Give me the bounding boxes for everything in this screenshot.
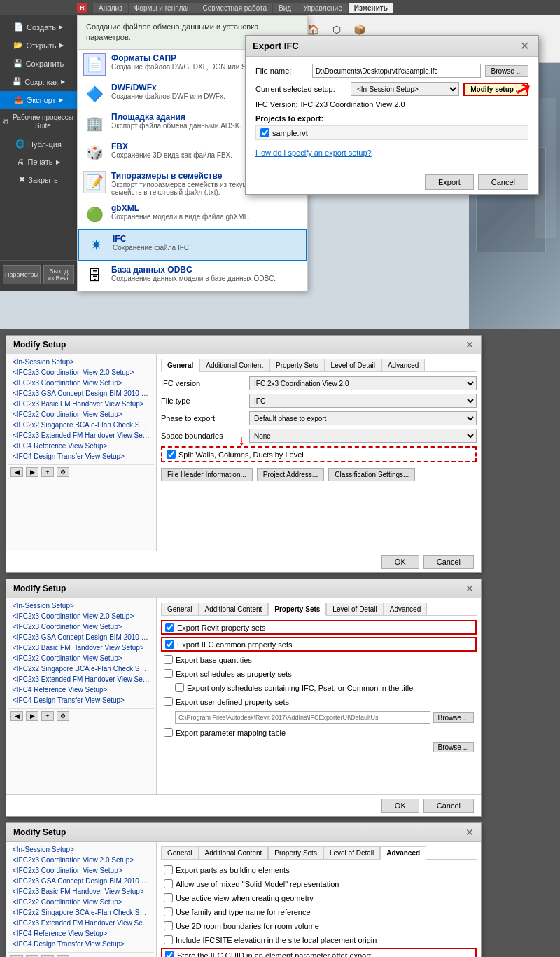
nav-export[interactable]: 📤 Экспорт ▶ bbox=[0, 91, 77, 109]
ms2-item-4[interactable]: <IFC2x3 Basic FM Handover View Setup> bbox=[8, 642, 154, 653]
ms3-family-type-checkbox[interactable] bbox=[164, 907, 173, 916]
nav-open[interactable]: 📂 Открыть ▶ bbox=[0, 36, 77, 54]
ms2-export-ifc-common-checkbox[interactable] bbox=[165, 640, 174, 649]
ms2-tab-general[interactable]: General bbox=[161, 603, 199, 615]
ms2-export-user-def-checkbox[interactable] bbox=[164, 697, 173, 706]
ms2-browse-btn-1[interactable]: Browse ... bbox=[433, 712, 474, 723]
nav-publish[interactable]: 🌐 Публ-ция bbox=[0, 135, 77, 153]
exit-btn[interactable]: Выход из Revit bbox=[43, 265, 74, 284]
ms2-export-base-checkbox[interactable] bbox=[164, 655, 173, 664]
ms1-item-4[interactable]: <IFC2x3 Basic FM Handover View Setup> bbox=[8, 399, 154, 409]
ms2-close[interactable]: ✕ bbox=[465, 583, 474, 594]
ms2-item-6[interactable]: <IFC2x2 Singapore BCA e-Plan Check Setup… bbox=[8, 663, 154, 674]
ms2-export-param-checkbox[interactable] bbox=[164, 728, 173, 737]
ms1-ifc-version-select[interactable]: IFC 2x3 Coordination View 2.0 bbox=[249, 376, 477, 390]
ms1-project-address-btn[interactable]: Project Address... bbox=[257, 468, 324, 481]
tab-forms[interactable]: Формы и генплан bbox=[129, 3, 197, 13]
ms3-tab-additional[interactable]: Additional Content bbox=[199, 846, 269, 859]
nav-save[interactable]: 💾 Сохранить bbox=[0, 55, 77, 72]
ms2-settings-btn[interactable]: ⚙ bbox=[57, 711, 69, 721]
ms2-browse-btn-2[interactable]: Browse ... bbox=[433, 742, 474, 752]
nav-create[interactable]: 📄 Создать ▶ bbox=[0, 18, 77, 36]
ms3-tab-lod[interactable]: Level of Detail bbox=[323, 846, 380, 859]
ms2-item-1[interactable]: <IFC2x3 Coordination View 2.0 Setup> bbox=[8, 611, 154, 621]
ms2-item-7[interactable]: <IFC2x3 Extended FM Handover View Setup> bbox=[8, 674, 154, 684]
ms3-item-0[interactable]: <In-Session Setup> bbox=[8, 844, 154, 855]
ms3-tab-general[interactable]: General bbox=[161, 846, 199, 859]
ms2-item-3[interactable]: <IFC2x3 GSA Concept Design BIM 2010 Setu… bbox=[8, 632, 154, 642]
ms1-item-7[interactable]: <IFC2x3 Extended FM Handover View Setup> bbox=[8, 430, 154, 441]
ms2-export-revit-checkbox[interactable] bbox=[165, 623, 174, 632]
tab-analysis[interactable]: Анализ bbox=[93, 3, 128, 13]
ms1-space-select[interactable]: None bbox=[249, 429, 477, 443]
ms2-path-input[interactable] bbox=[175, 711, 430, 724]
ms2-cancel-btn[interactable]: Cancel bbox=[424, 799, 474, 813]
ms1-add-btn[interactable]: + bbox=[41, 467, 54, 477]
ms1-tab-additional[interactable]: Additional Content bbox=[200, 359, 270, 371]
ms2-add-btn[interactable]: + bbox=[41, 711, 54, 721]
ms3-item-2[interactable]: <IFC2x3 Coordination View Setup> bbox=[8, 865, 154, 876]
tab-modify[interactable]: Изменить bbox=[349, 3, 393, 13]
nav-print[interactable]: 🖨 Печать ▶ bbox=[0, 153, 77, 170]
current-setup-select[interactable]: <In-Session Setup> bbox=[351, 82, 459, 96]
file-name-input[interactable] bbox=[312, 64, 481, 78]
ms2-export-schedules-checkbox[interactable] bbox=[164, 669, 173, 678]
ms2-item-0[interactable]: <In-Session Setup> bbox=[8, 600, 154, 611]
ms1-item-6[interactable]: <IFC2x2 Singapore BCA e-Plan Check Setup… bbox=[8, 420, 154, 430]
menu-item-gbxml[interactable]: 🟢 gbXML Сохранение модели в виде файла g… bbox=[78, 200, 307, 229]
ms1-classification-btn[interactable]: Classification Settings... bbox=[328, 468, 415, 481]
ms2-item-2[interactable]: <IFC2x3 Coordination View Setup> bbox=[8, 621, 154, 632]
ms2-tab-property[interactable]: Property Sets bbox=[268, 603, 326, 616]
ms2-export-schedules-filter-checkbox[interactable] bbox=[175, 683, 184, 692]
ms3-item-6[interactable]: <IFC2x2 Singapore BCA e-Plan Check Setup… bbox=[8, 907, 154, 918]
ms1-item-1[interactable]: <IFC2x3 Coordination View 2.0 Setup> bbox=[8, 367, 154, 378]
ms3-2d-room-checkbox[interactable] bbox=[164, 921, 173, 930]
ms3-store-guid-checkbox[interactable] bbox=[165, 951, 174, 957]
ms2-scroll-right[interactable]: ▶ bbox=[26, 711, 38, 721]
ms3-tab-advanced[interactable]: Advanced bbox=[380, 846, 426, 860]
ms2-ok-btn[interactable]: OK bbox=[382, 799, 419, 813]
ms1-tab-advanced[interactable]: Advanced bbox=[382, 359, 425, 371]
browse-btn[interactable]: Browse ... bbox=[485, 65, 528, 77]
ms2-tab-additional[interactable]: Additional Content bbox=[199, 603, 269, 615]
nav-close[interactable]: ✖ Закрыть bbox=[0, 171, 77, 188]
ms2-tab-lod[interactable]: Level of Detail bbox=[326, 603, 383, 615]
ms2-item-8[interactable]: <IFC4 Reference View Setup> bbox=[8, 684, 154, 695]
nav-saveas[interactable]: 💾 Сохр. как ▶ bbox=[0, 73, 77, 90]
ms3-item-5[interactable]: <IFC2x2 Coordination View Setup> bbox=[8, 897, 154, 907]
ms1-ok-btn[interactable]: OK bbox=[382, 555, 419, 569]
ms1-tab-property[interactable]: Property Sets bbox=[270, 359, 325, 371]
ms1-item-2[interactable]: <IFC2x3 Coordination View Setup> bbox=[8, 378, 154, 388]
export-btn[interactable]: Export bbox=[425, 174, 474, 190]
ms3-item-1[interactable]: <IFC2x3 Coordination View 2.0 Setup> bbox=[8, 855, 154, 865]
ms2-item-9[interactable]: <IFC4 Design Transfer View Setup> bbox=[8, 695, 154, 705]
ms3-item-9[interactable]: <IFC4 Design Transfer View Setup> bbox=[8, 939, 154, 949]
tab-view[interactable]: Вид bbox=[273, 3, 297, 13]
tab-manage[interactable]: Управление bbox=[298, 3, 348, 13]
ms1-split-walls-checkbox[interactable] bbox=[167, 450, 176, 459]
ms1-tab-lod[interactable]: Level of Detail bbox=[325, 359, 382, 371]
ms1-cancel-btn[interactable]: Cancel bbox=[424, 555, 474, 569]
export-ifc-close[interactable]: ✕ bbox=[517, 39, 531, 53]
ms2-tab-advanced[interactable]: Advanced bbox=[384, 603, 427, 615]
ms1-item-9[interactable]: <IFC4 Design Transfer View Setup> bbox=[8, 451, 154, 462]
ms1-item-8[interactable]: <IFC4 Reference View Setup> bbox=[8, 441, 154, 451]
project-checkbox[interactable] bbox=[260, 128, 270, 137]
ms1-scroll-left[interactable]: ◀ bbox=[10, 467, 23, 477]
howto-link[interactable]: How do I specify an export setup? bbox=[255, 149, 528, 157]
tab-collaborate[interactable]: Совместная работа bbox=[197, 3, 273, 13]
ms3-ifcsite-checkbox[interactable] bbox=[164, 935, 173, 944]
menu-item-odbc[interactable]: 🗄 База данных ODBC Сохранение данных мод… bbox=[78, 261, 307, 291]
ms1-scroll-right[interactable]: ▶ bbox=[26, 467, 38, 477]
ms1-settings-btn[interactable]: ⚙ bbox=[57, 467, 69, 477]
ms3-item-7[interactable]: <IFC2x3 Extended FM Handover View Setup> bbox=[8, 918, 154, 928]
export-cancel-btn[interactable]: Cancel bbox=[478, 174, 528, 190]
nav-workflow[interactable]: ⚙ Рабочие процессы Suite bbox=[0, 109, 77, 135]
ms1-file-header-btn[interactable]: File Header Information... bbox=[161, 468, 253, 481]
ms1-item-5[interactable]: <IFC2x2 Coordination View Setup> bbox=[8, 409, 154, 420]
params-btn[interactable]: Параметры bbox=[3, 265, 41, 284]
ms3-item-8[interactable]: <IFC4 Reference View Setup> bbox=[8, 928, 154, 939]
ms3-close[interactable]: ✕ bbox=[465, 827, 474, 838]
ms3-solid-model-checkbox[interactable] bbox=[164, 879, 173, 888]
ms1-file-type-select[interactable]: IFC bbox=[249, 394, 477, 408]
